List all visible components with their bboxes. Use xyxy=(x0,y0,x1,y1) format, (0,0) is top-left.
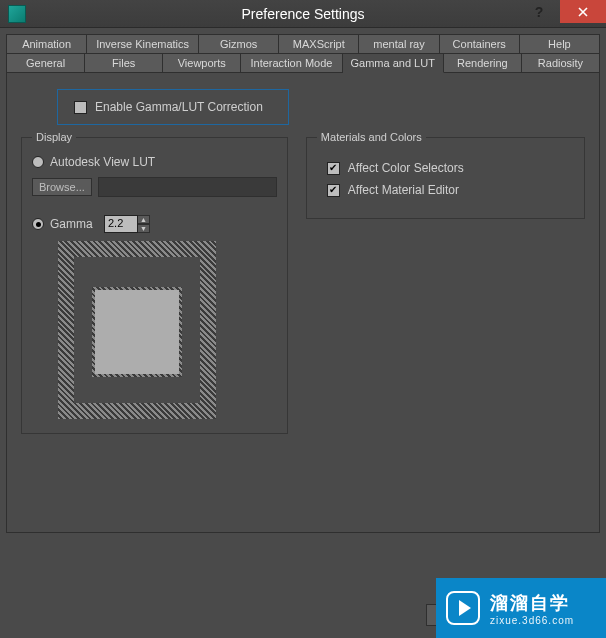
tab-pane-gamma-and-lut: Enable Gamma/LUT Correction Display Auto… xyxy=(6,73,600,533)
affect-material-editor-checkbox[interactable] xyxy=(327,184,340,197)
tab-files[interactable]: Files xyxy=(85,53,163,73)
tab-help[interactable]: Help xyxy=(520,34,600,53)
affect-color-selectors-label: Affect Color Selectors xyxy=(348,161,464,175)
display-legend: Display xyxy=(32,131,76,143)
affect-color-selectors-checkbox[interactable] xyxy=(327,162,340,175)
materials-colors-group: Materials and Colors Affect Color Select… xyxy=(306,131,585,219)
display-group: Display Autodesk View LUT Browse... Gamm… xyxy=(21,131,288,434)
autodesk-view-lut-radio[interactable] xyxy=(32,156,44,168)
affect-material-editor-label: Affect Material Editor xyxy=(348,183,459,197)
tab-rendering[interactable]: Rendering xyxy=(444,53,522,73)
tab-viewports[interactable]: Viewports xyxy=(163,53,241,73)
watermark-url: zixue.3d66.com xyxy=(490,615,574,626)
tab-containers[interactable]: Containers xyxy=(440,34,520,53)
enable-gamma-label: Enable Gamma/LUT Correction xyxy=(95,100,263,114)
watermark: 溜溜自学 zixue.3d66.com xyxy=(436,578,606,638)
tab-mental-ray[interactable]: mental ray xyxy=(359,34,439,53)
enable-gamma-box: Enable Gamma/LUT Correction xyxy=(57,89,289,125)
tab-general[interactable]: General xyxy=(6,53,85,73)
tab-row-1: Animation Inverse Kinematics Gizmos MAXS… xyxy=(6,34,600,53)
gamma-spinner[interactable]: 2.2 ▲ ▼ xyxy=(104,215,150,233)
close-icon xyxy=(578,7,588,17)
enable-gamma-checkbox[interactable] xyxy=(74,101,87,114)
tab-gamma-and-lut[interactable]: Gamma and LUT xyxy=(343,53,444,73)
tab-row-2: General Files Viewports Interaction Mode… xyxy=(6,53,600,73)
gamma-preview xyxy=(58,241,216,419)
window-title: Preference Settings xyxy=(0,6,606,22)
gamma-spin-up-icon[interactable]: ▲ xyxy=(138,215,150,224)
browse-button[interactable]: Browse... xyxy=(32,178,92,196)
watermark-title: 溜溜自学 xyxy=(490,591,574,615)
gamma-spin-down-icon[interactable]: ▼ xyxy=(138,224,150,233)
titlebar: Preference Settings ? xyxy=(0,0,606,28)
materials-colors-legend: Materials and Colors xyxy=(317,131,426,143)
tab-radiosity[interactable]: Radiosity xyxy=(522,53,600,73)
close-button[interactable] xyxy=(560,0,606,23)
tab-inverse-kinematics[interactable]: Inverse Kinematics xyxy=(87,34,199,53)
tab-gizmos[interactable]: Gizmos xyxy=(199,34,279,53)
gamma-radio[interactable] xyxy=(32,218,44,230)
tab-maxscript[interactable]: MAXScript xyxy=(279,34,359,53)
app-icon xyxy=(8,5,26,23)
autodesk-view-lut-label: Autodesk View LUT xyxy=(50,155,155,169)
help-button[interactable]: ? xyxy=(518,0,560,23)
gamma-label: Gamma xyxy=(50,217,98,231)
tab-interaction-mode[interactable]: Interaction Mode xyxy=(241,53,342,73)
play-icon xyxy=(446,591,480,625)
gamma-value[interactable]: 2.2 xyxy=(104,215,138,233)
tab-animation[interactable]: Animation xyxy=(6,34,87,53)
lut-path-input[interactable] xyxy=(98,177,277,197)
